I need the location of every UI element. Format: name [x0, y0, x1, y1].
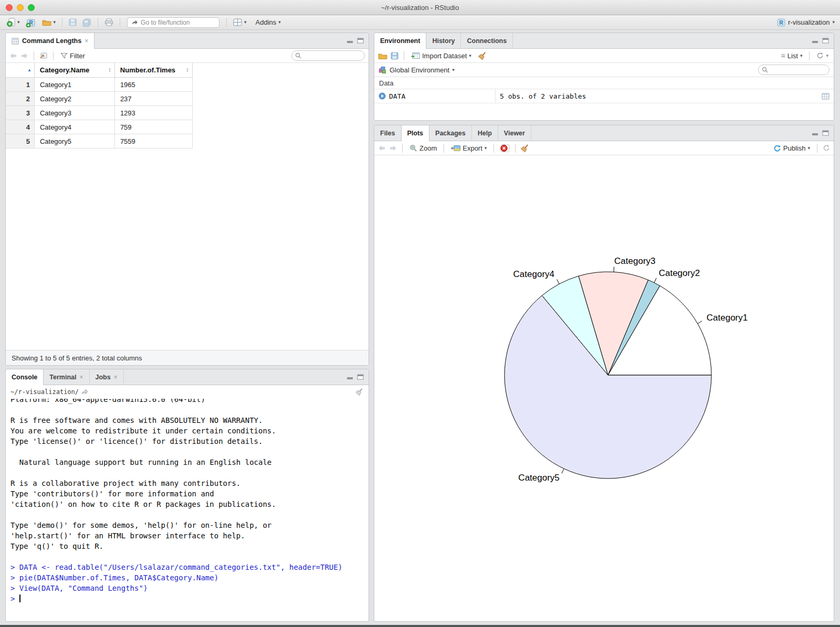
export-plot-button[interactable]: Export ▾ [449, 143, 488, 153]
tab-files[interactable]: Files [374, 125, 402, 141]
svg-text:R: R [779, 20, 783, 26]
pane-layout-button[interactable]: ▾ [232, 17, 248, 27]
new-file-button[interactable]: ▾ [5, 17, 22, 28]
window-bottom-edge [0, 625, 840, 627]
tab-label: Command Lengths [22, 37, 81, 45]
close-tab-icon[interactable]: × [85, 37, 88, 45]
table-row: 5 Category5 7559 [6, 134, 193, 148]
table-search-box[interactable] [291, 50, 365, 61]
table-row: 3 Category3 1293 [6, 106, 193, 120]
toolbar-separator [817, 144, 817, 153]
save-workspace-icon[interactable] [391, 52, 398, 60]
category-name-cell: Category5 [35, 134, 115, 148]
tab-viewer[interactable]: Viewer [498, 125, 531, 141]
print-button[interactable] [103, 17, 115, 27]
tab-connections[interactable]: Connections [461, 33, 513, 48]
project-name-label: r-visualization [788, 18, 830, 26]
zoom-plot-button[interactable]: Zoom [408, 143, 438, 153]
environment-object-row[interactable]: DATA 5 obs. of 2 variables [374, 89, 834, 103]
column-header-category-name[interactable]: Category.Name ▲▼ [35, 63, 115, 77]
environment-search-input[interactable] [770, 66, 826, 73]
filter-button[interactable]: Filter [59, 51, 87, 61]
expand-object-icon[interactable] [379, 92, 386, 100]
tab-label: Help [478, 130, 492, 137]
save-all-button[interactable] [81, 17, 93, 28]
close-window-button[interactable] [6, 4, 13, 11]
new-project-icon: R [26, 18, 36, 27]
next-plot-icon[interactable] [389, 145, 397, 152]
list-view-button[interactable]: ≡ List ▾ [780, 50, 804, 61]
console-output[interactable]: Platform: x86_64-apple-darwin15.6.0 (64-… [6, 399, 369, 621]
maximize-pane-icon[interactable] [357, 374, 364, 380]
new-project-button[interactable]: R [24, 17, 38, 28]
back-icon[interactable] [9, 52, 17, 59]
tab-packages[interactable]: Packages [429, 125, 472, 141]
tab-label: Plots [407, 130, 424, 137]
minimize-pane-icon[interactable] [346, 374, 353, 380]
fullscreen-window-button[interactable] [28, 4, 35, 11]
sort-ascending-icon: ▲ [27, 68, 32, 72]
minimize-pane-icon[interactable] [812, 130, 818, 136]
table-search-input[interactable] [303, 52, 361, 59]
toolbar-separator [226, 18, 227, 27]
environment-tabstrip: Environment History Connections [374, 33, 834, 49]
open-file-button[interactable]: ▾ [40, 18, 58, 27]
number-of-times-cell: 1293 [115, 106, 193, 120]
load-workspace-icon[interactable] [378, 52, 387, 59]
pie-label-category1: Category1 [707, 313, 748, 323]
row-number-cell: 2 [6, 92, 35, 105]
project-selector[interactable]: R r-visualization ▾ [777, 18, 835, 27]
maximize-pane-icon[interactable] [357, 38, 364, 44]
tab-terminal[interactable]: Terminal × [44, 369, 89, 385]
minimize-pane-icon[interactable] [346, 38, 353, 44]
chevron-down-icon: ▾ [452, 68, 455, 72]
tab-environment[interactable]: Environment [374, 33, 426, 49]
view-data-grid-icon[interactable] [822, 93, 830, 100]
data-table-icon [12, 38, 19, 45]
tab-history[interactable]: History [426, 33, 461, 48]
tab-jobs[interactable]: Jobs × [90, 369, 124, 385]
maximize-pane-icon[interactable] [822, 130, 829, 136]
category-name-cell: Category3 [35, 106, 115, 120]
goto-file-function-box[interactable] [127, 17, 219, 28]
tab-console[interactable]: Console [6, 369, 44, 385]
goto-directory-arrow-icon[interactable] [81, 389, 88, 395]
clear-all-plots-broom-icon[interactable] [521, 144, 529, 152]
chevron-down-icon: ▾ [485, 146, 487, 151]
close-tab-icon[interactable]: × [114, 374, 118, 381]
goto-file-function-input[interactable] [141, 19, 222, 26]
previous-plot-icon[interactable] [378, 145, 386, 152]
addins-button[interactable]: Addins ▾ [254, 17, 282, 27]
clear-environment-broom-icon[interactable] [478, 51, 487, 60]
refresh-plot-icon[interactable] [823, 144, 830, 152]
console-line [10, 467, 369, 478]
data-viewer-pane: Command Lengths × Filter [5, 33, 369, 366]
import-dataset-button[interactable]: Import Dataset ▾ [410, 51, 473, 61]
environment-search-box[interactable] [758, 65, 830, 75]
save-icon [69, 18, 77, 26]
row-number-header[interactable]: ▲ [6, 63, 35, 77]
table-row: 4 Category4 759 [6, 120, 193, 134]
console-pane: Console Terminal × Jobs × ~/r-visualizat… [5, 369, 369, 622]
tab-command-lengths[interactable]: Command Lengths × [6, 33, 94, 49]
console-tabstrip: Console Terminal × Jobs × [6, 369, 369, 385]
minimize-window-button[interactable] [17, 4, 24, 11]
tab-label: Terminal [49, 374, 76, 381]
tab-plots[interactable]: Plots [401, 125, 430, 141]
save-button[interactable] [67, 17, 78, 27]
environment-data-section-header: Data [374, 77, 834, 89]
environment-scope-selector[interactable]: Global Environment ▾ [390, 66, 455, 74]
close-tab-icon[interactable]: × [79, 374, 83, 381]
column-header-number-of-times[interactable]: Number.of.Times ▲▼ [115, 63, 193, 77]
goto-arrow-icon [131, 19, 138, 25]
tab-help[interactable]: Help [472, 125, 498, 141]
minimize-pane-icon[interactable] [812, 38, 818, 44]
forward-icon[interactable] [20, 52, 28, 59]
publish-button[interactable]: Publish ▾ [772, 143, 812, 153]
remove-plot-icon[interactable] [499, 144, 510, 153]
rstudio-window: { "window": { "title": "~/r-visualizatio… [0, 0, 840, 627]
refresh-environment-button[interactable]: ▾ [815, 51, 830, 60]
open-in-new-window-icon[interactable] [39, 52, 48, 59]
maximize-pane-icon[interactable] [822, 38, 829, 44]
clear-console-broom-icon[interactable] [356, 388, 364, 396]
